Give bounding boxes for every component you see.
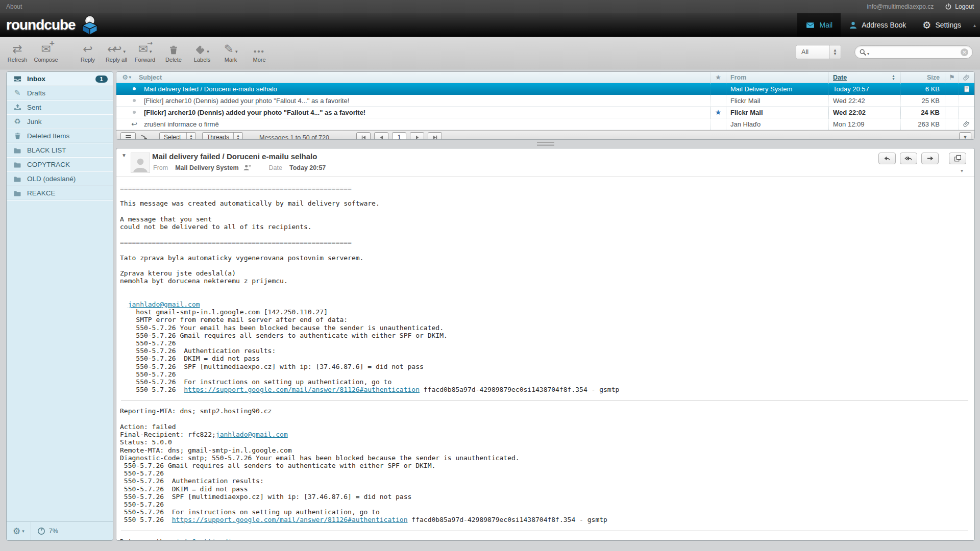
logout-link[interactable]: Logout bbox=[945, 3, 974, 10]
sidebar-item-deleted-items[interactable]: Deleted Items bbox=[7, 129, 113, 143]
unread-count-badge: 1 bbox=[95, 76, 108, 83]
row-size: 263 KB bbox=[901, 120, 945, 128]
chevron-down-icon: ▾ bbox=[129, 75, 131, 80]
body-section-1: ========================================… bbox=[120, 184, 969, 393]
more-headers-icon[interactable]: ▾ bbox=[961, 168, 963, 173]
delete-button[interactable]: Delete bbox=[159, 39, 188, 63]
message-row[interactable]: [Flickr] archer10 (Dennis) added your ph… bbox=[116, 107, 974, 118]
last-page-button[interactable] bbox=[428, 132, 442, 140]
external-window-icon bbox=[954, 155, 962, 162]
column-header-attachment[interactable] bbox=[959, 74, 974, 81]
message-row[interactable]: [Flickr] archer10 (Dennis) added your ph… bbox=[116, 95, 974, 107]
sidebar-item-inbox[interactable]: Inbox 1 bbox=[7, 72, 113, 86]
star-toggle[interactable]: ★ bbox=[710, 108, 726, 116]
row-date: Wed 22:02 bbox=[829, 109, 900, 116]
message-view-panel: ▼ Mail delivery failed / Doruceni e-mail… bbox=[116, 148, 975, 541]
reply-button[interactable]: ↩ Reply bbox=[74, 39, 102, 63]
threads-dropdown[interactable]: Threads▲▼ bbox=[202, 132, 243, 140]
about-link[interactable]: About bbox=[6, 3, 22, 10]
next-page-button[interactable] bbox=[410, 132, 424, 140]
first-page-icon bbox=[360, 134, 367, 140]
body-divider bbox=[121, 531, 968, 531]
body-link[interactable]: info@multimediaexpo.cz bbox=[176, 538, 264, 541]
row-attachment bbox=[959, 120, 974, 128]
reply-all-button-small[interactable] bbox=[900, 153, 917, 164]
compose-button[interactable]: ✉+ Compose bbox=[32, 39, 60, 63]
taskbar-item-label: Mail bbox=[819, 21, 832, 29]
sidebar-item-copytrack[interactable]: COPYTRACK bbox=[7, 158, 113, 172]
taskbar-item-settings[interactable]: ⚙ Settings bbox=[914, 13, 969, 37]
collapse-list-button[interactable]: ▼ bbox=[959, 132, 971, 140]
taskbar-item-mail[interactable]: Mail bbox=[797, 13, 841, 37]
pen-icon: ✎ bbox=[224, 43, 234, 55]
list-view-button[interactable] bbox=[120, 132, 136, 140]
reply-all-button[interactable]: ↩↩▾ Reply all bbox=[102, 39, 131, 63]
column-header-star[interactable]: ★ bbox=[710, 73, 726, 81]
column-header-from[interactable]: From bbox=[726, 74, 828, 81]
list-options-button[interactable]: ⚙ ▾ bbox=[116, 73, 137, 81]
forward-button[interactable]: ✉→▾ Forward bbox=[131, 39, 159, 63]
taskbar-collapse-arrow[interactable]: ▴ bbox=[969, 13, 980, 37]
row-size: 25 KB bbox=[901, 97, 945, 105]
reply-button-small[interactable] bbox=[878, 153, 896, 164]
taskbar-item-address-book[interactable]: Address Book bbox=[841, 13, 914, 37]
trash-icon bbox=[13, 132, 22, 140]
person-icon bbox=[849, 21, 857, 30]
column-header-size[interactable]: Size bbox=[901, 74, 945, 81]
body-link[interactable]: janhlado@gmail.com bbox=[128, 300, 200, 308]
select-dropdown[interactable]: Select▲▼ bbox=[159, 132, 196, 140]
search-clear-icon[interactable]: ✕ bbox=[961, 48, 968, 56]
search-input[interactable] bbox=[872, 48, 961, 56]
page-number-input[interactable] bbox=[392, 132, 406, 140]
sidebar-item-black-list[interactable]: BLACK LIST bbox=[7, 143, 113, 158]
sidebar-item-junk[interactable]: ♻ Junk bbox=[7, 115, 113, 129]
message-from: Mail Delivery System bbox=[175, 164, 238, 171]
message-count-text: Messages 1 to 50 of 720 bbox=[259, 131, 329, 140]
add-contact-icon[interactable] bbox=[243, 164, 252, 171]
column-header-flag[interactable]: ⚑ bbox=[945, 73, 959, 81]
body-link[interactable]: janhlado@gmail.com bbox=[216, 431, 288, 438]
forward-button-small[interactable] bbox=[921, 153, 939, 164]
taskbar: roundcube Mail Address Book ⚙ Settings ▴ bbox=[0, 13, 980, 37]
chevron-down-icon[interactable]: ▾ bbox=[207, 49, 209, 55]
power-icon bbox=[945, 3, 952, 10]
search-icon[interactable]: ▾ bbox=[859, 48, 869, 56]
folder-actions-button[interactable]: ⚙ ▾ bbox=[7, 522, 31, 540]
open-in-new-window-button[interactable] bbox=[949, 153, 966, 164]
preview-toggle-button[interactable] bbox=[140, 133, 149, 140]
body-link[interactable]: https://support.google.com/mail/answer/8… bbox=[184, 386, 420, 393]
column-header-subject[interactable]: Subject bbox=[137, 74, 710, 81]
mailbox-sidebar: Inbox 1 ✎ Drafts Sent ♻ Junk Deleted Ite… bbox=[6, 71, 113, 541]
prev-page-button[interactable] bbox=[374, 132, 388, 140]
next-page-icon bbox=[414, 134, 421, 140]
message-status-icon bbox=[129, 111, 140, 114]
refresh-button[interactable]: ⇄ Refresh bbox=[3, 39, 32, 63]
paperclip-icon bbox=[963, 120, 970, 128]
sidebar-item-drafts[interactable]: ✎ Drafts bbox=[7, 86, 113, 101]
forward-icon bbox=[926, 155, 934, 162]
chevron-down-icon[interactable]: ▾ bbox=[235, 49, 238, 55]
message-row[interactable]: Mail delivery failed / Doruceni e-mailu … bbox=[116, 83, 974, 95]
compose-icon: ✉+ bbox=[41, 43, 51, 55]
message-date: Today 20:57 bbox=[289, 164, 326, 171]
column-header-date[interactable]: Date ▲▼ bbox=[829, 74, 900, 81]
chevron-down-icon[interactable]: ▾ bbox=[124, 49, 126, 55]
reply-icon: ↩ bbox=[83, 43, 92, 55]
body-link[interactable]: https://support.google.com/mail/answer/8… bbox=[172, 516, 408, 523]
sidebar-item-reakce[interactable]: REAKCE bbox=[7, 186, 113, 201]
mark-button[interactable]: ✎▾ Mark bbox=[216, 39, 245, 63]
sidebar-item-sent[interactable]: Sent bbox=[7, 101, 113, 115]
more-button[interactable]: ••• More bbox=[245, 39, 274, 63]
sidebar-item-old-odeslane[interactable]: OLD (odeslané) bbox=[7, 172, 113, 186]
row-date: Mon 12:09 bbox=[829, 120, 900, 128]
panel-splitter[interactable] bbox=[116, 141, 975, 147]
quota-indicator: 7% bbox=[31, 527, 64, 535]
message-row[interactable]: ↩ zrušení informace o firmě Jan Hlaďo Mo… bbox=[116, 118, 974, 130]
labels-button[interactable]: ▾ Labels bbox=[188, 39, 216, 63]
cube-logo-icon bbox=[79, 15, 100, 35]
collapse-headers-icon[interactable]: ▼ bbox=[121, 153, 127, 158]
first-page-button[interactable] bbox=[356, 132, 371, 140]
sent-icon bbox=[13, 103, 22, 112]
chevron-down-icon[interactable]: ▾ bbox=[150, 49, 152, 55]
search-scope-select[interactable]: All ▲▼ bbox=[796, 45, 841, 59]
